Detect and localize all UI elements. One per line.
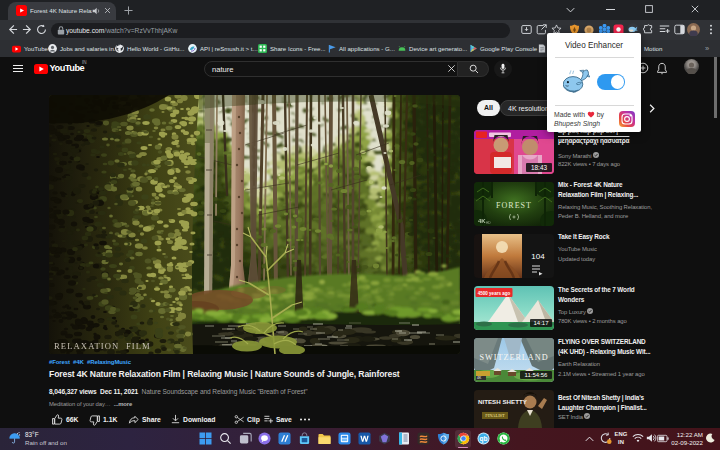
svg-text:HD: HD — [486, 221, 491, 225]
svg-text:4500 years ago: 4500 years ago — [478, 291, 511, 296]
svg-text:14:17: 14:17 — [533, 320, 549, 326]
svg-text:18:43: 18:43 — [531, 164, 547, 171]
svg-text:4K: 4K — [477, 376, 482, 380]
svg-text:FINALIST: FINALIST — [485, 413, 505, 418]
svg-text:11:54:56: 11:54:56 — [525, 372, 549, 378]
svg-text:104: 104 — [531, 252, 545, 261]
svg-text:qb: qb — [480, 435, 488, 443]
svg-text:NITESH SHETTY: NITESH SHETTY — [478, 398, 528, 405]
svg-text:SWITZERLAND: SWITZERLAND — [479, 353, 548, 362]
svg-text:FOREST: FOREST — [496, 201, 532, 210]
svg-text:RELAXATION FILM: RELAXATION FILM — [54, 341, 151, 351]
